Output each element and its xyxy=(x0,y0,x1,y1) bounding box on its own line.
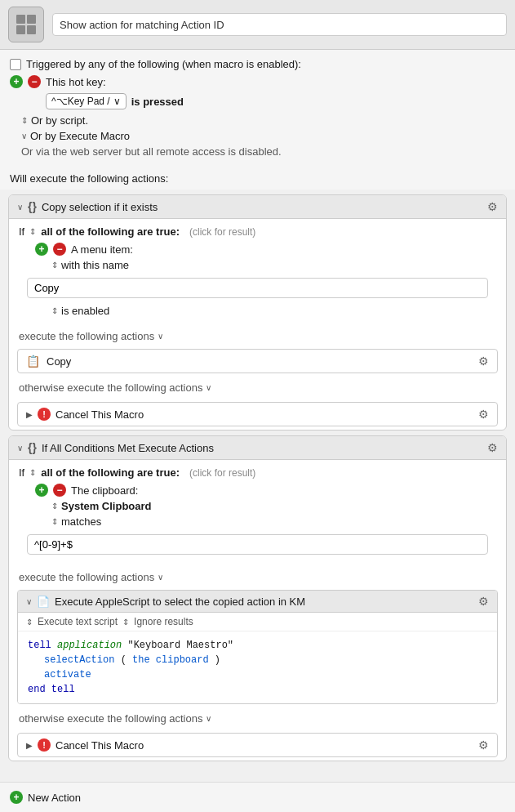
action2-updown3-icon[interactable]: ⇕ xyxy=(51,517,58,526)
action1-gear-icon[interactable]: ⚙ xyxy=(487,200,498,213)
action1-is-enabled-row: ⇕ is enabled xyxy=(51,305,496,317)
action2-title: If All Conditions Met Execute Actions xyxy=(42,442,214,454)
new-action-plus-button[interactable]: + xyxy=(10,791,23,804)
action2-add-condition-button[interactable]: + xyxy=(35,484,48,497)
action1-execute-chevron[interactable]: ∨ xyxy=(158,332,163,341)
action1-if-label: If xyxy=(19,225,24,238)
action1-body: If ⇕ all of the following are true: (cli… xyxy=(9,219,506,327)
action1-otherwise-chevron[interactable]: ∨ xyxy=(206,383,211,392)
action2-type-icon: {} xyxy=(28,441,37,454)
action1-type-icon: {} xyxy=(28,200,37,213)
action2-execute-label: execute the following actions ∨ xyxy=(9,568,506,587)
action2-cancel-icon: ! xyxy=(38,738,51,752)
script-updown-icon[interactable]: ⇕ xyxy=(26,618,33,627)
action2-otherwise-chevron[interactable]: ∨ xyxy=(206,714,211,723)
action2-otherwise-text: otherwise execute the following actions … xyxy=(9,707,506,729)
code-line-3: activate xyxy=(44,667,487,682)
action2-remove-condition-button[interactable]: − xyxy=(53,484,66,497)
action2-execute-text: execute the following actions xyxy=(19,571,154,583)
code-application: application xyxy=(57,640,122,651)
action1-with-name: with this name xyxy=(61,259,129,271)
will-execute-header: Will execute the following actions: xyxy=(0,167,515,190)
action2-execute-chevron[interactable]: ∨ xyxy=(158,573,163,582)
code-maestro-string: "Keyboard Maestro" xyxy=(127,640,233,651)
action1-add-condition-button[interactable]: + xyxy=(35,243,48,256)
action1-updown2-icon[interactable]: ⇕ xyxy=(51,261,58,270)
action1-all-true: all of the following are true: xyxy=(41,225,180,238)
action2-body: If ⇕ all of the following are true: (cli… xyxy=(9,460,506,568)
code-end-tell: end tell xyxy=(28,684,75,695)
action2-click-result[interactable]: (click for result) xyxy=(189,467,255,479)
hotkey-trigger-line: + − This hot key: xyxy=(10,75,505,88)
action1-cancel-left: ▶ ! Cancel This Macro xyxy=(26,408,144,421)
hotkey-row: ^⌥Key Pad / ∨ is pressed xyxy=(46,93,505,109)
action1-inner-left: 📋 Copy xyxy=(26,355,71,368)
code-theclipboard: the clipboard xyxy=(132,654,209,666)
script-expand-chevron[interactable]: ∨ xyxy=(26,597,32,606)
script-ignore-updown-icon[interactable]: ⇕ xyxy=(122,618,129,627)
svg-rect-2 xyxy=(16,25,25,34)
new-action-label: New Action xyxy=(28,792,81,804)
action1-is-enabled: is enabled xyxy=(61,305,109,317)
action2-all-true: all of the following are true: xyxy=(41,466,180,479)
execute-collapse-icon: ∨ xyxy=(21,132,27,141)
action2-regex-input[interactable] xyxy=(27,534,488,555)
hotkey-dropdown[interactable]: ^⌥Key Pad / ∨ xyxy=(46,93,127,109)
action1-with-name-row: ⇕ with this name xyxy=(51,259,496,271)
action-header-2: ∨ {} If All Conditions Met Execute Actio… xyxy=(9,436,506,460)
hotkey-value: ^⌥Key Pad / xyxy=(51,96,110,107)
action1-execute-text: execute the following actions xyxy=(19,330,154,342)
action-block-1: ∨ {} Copy selection if it exists ⚙ If ⇕ … xyxy=(8,194,507,431)
action-header-left-2: ∨ {} If All Conditions Met Execute Actio… xyxy=(17,441,214,454)
by-execute-label: Or by Execute Macro xyxy=(30,130,130,142)
code-tell: tell xyxy=(28,640,51,651)
add-trigger-button[interactable]: + xyxy=(10,75,23,88)
action2-if-line: If ⇕ all of the following are true: (cli… xyxy=(19,466,496,479)
action1-doc-icon: 📋 xyxy=(26,355,40,368)
action2-collapse-icon[interactable]: ∨ xyxy=(17,444,23,453)
triggers-section: Triggered by any of the following (when … xyxy=(0,50,515,167)
action2-updown-icon[interactable]: ⇕ xyxy=(29,468,36,477)
action1-collapse-icon[interactable]: ∨ xyxy=(17,203,23,212)
action2-cancel-label: Cancel This Macro xyxy=(55,739,144,752)
action2-condition-row: + − The clipboard: xyxy=(35,484,496,497)
action2-condition-label: The clipboard: xyxy=(71,484,138,497)
script-title: Execute AppleScript to select the copied… xyxy=(55,596,305,608)
action1-cancel-gear-icon[interactable]: ⚙ xyxy=(478,408,489,421)
action1-remove-condition-button[interactable]: − xyxy=(53,243,66,256)
code-line-2: selectAction ( the clipboard ) xyxy=(44,653,487,667)
svg-rect-0 xyxy=(16,15,25,24)
action-header-left-1: ∨ {} Copy selection if it exists xyxy=(17,200,158,213)
action2-cancel-action: ▶ ! Cancel This Macro ⚙ xyxy=(17,733,498,757)
hotkey-state: is pressed xyxy=(131,96,184,108)
enabled-checkbox[interactable] xyxy=(10,59,21,70)
action1-name-input[interactable] xyxy=(27,278,488,298)
action1-updown-icon[interactable]: ⇕ xyxy=(29,227,36,236)
code-paren-close: ) xyxy=(215,654,220,666)
action1-triangle-icon[interactable]: ▶ xyxy=(26,410,33,419)
action1-condition-row: + − A menu item: xyxy=(35,243,496,256)
action2-otherwise-label: otherwise execute the following actions xyxy=(19,712,202,725)
action2-gear-icon[interactable]: ⚙ xyxy=(487,441,498,454)
trigger-enabled-label: Triggered by any of the following (when … xyxy=(26,58,301,70)
action1-execute-label: execute the following actions ∨ xyxy=(9,327,506,346)
action2-triangle-icon[interactable]: ▶ xyxy=(26,741,33,750)
action1-inner-gear-icon[interactable]: ⚙ xyxy=(478,355,489,368)
action1-updown3-icon[interactable]: ⇕ xyxy=(51,306,58,315)
action1-otherwise-label: otherwise execute the following actions xyxy=(19,381,202,394)
action2-cancel-gear-icon[interactable]: ⚙ xyxy=(478,738,489,752)
action1-cancel-action: ▶ ! Cancel This Macro ⚙ xyxy=(17,402,498,426)
action1-title: Copy selection if it exists xyxy=(42,201,158,213)
remove-trigger-button[interactable]: − xyxy=(28,75,41,88)
macro-title-input[interactable] xyxy=(52,13,507,36)
hotkey-chevron-icon: ∨ xyxy=(113,96,121,107)
code-line-1: tell application "Keyboard Maestro" xyxy=(28,638,487,653)
hotkey-label: This hot key: xyxy=(46,76,106,88)
action2-matches: matches xyxy=(61,515,101,528)
script-ignore-results: Ignore results xyxy=(134,616,193,627)
script-execute-text: Execute text script xyxy=(38,616,118,627)
action1-click-result[interactable]: (click for result) xyxy=(189,226,255,238)
action2-updown2-icon[interactable]: ⇕ xyxy=(51,502,58,511)
script-gear-icon[interactable]: ⚙ xyxy=(478,595,489,608)
code-selectaction: selectAction xyxy=(44,654,114,666)
